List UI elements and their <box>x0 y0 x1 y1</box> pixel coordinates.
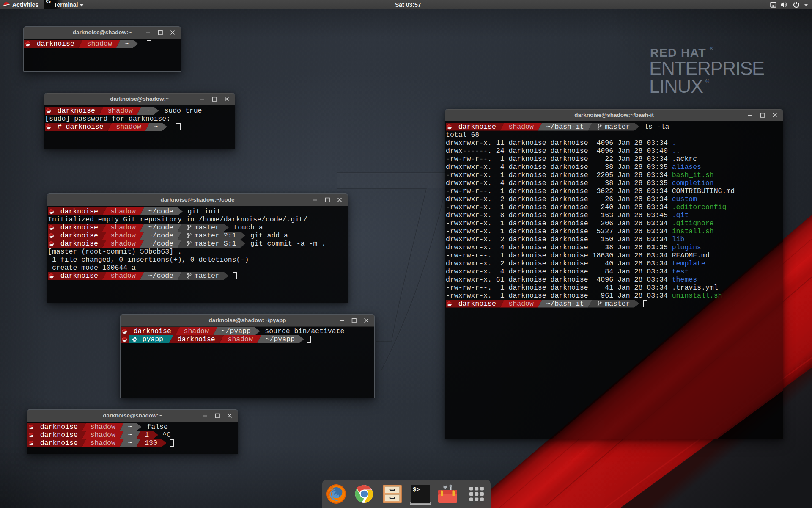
svg-text:$>: $> <box>413 486 420 493</box>
svg-text:®: ® <box>710 46 713 51</box>
svg-text:®: ® <box>705 78 709 84</box>
svg-text:LINUX: LINUX <box>649 75 703 97</box>
